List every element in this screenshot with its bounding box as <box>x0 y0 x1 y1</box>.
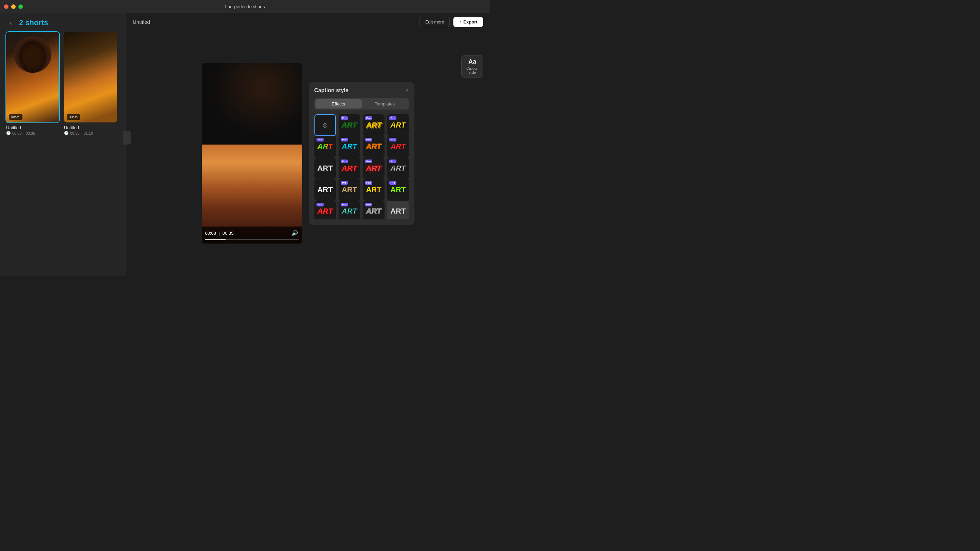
left-header: ‹ 2 shorts <box>0 13 126 31</box>
art-label: ART <box>342 165 357 172</box>
export-button[interactable]: ↑ Export <box>453 17 483 27</box>
art-label: ART <box>342 186 357 194</box>
style-item-row5c[interactable]: Pro ART <box>363 201 385 219</box>
art-label: ART <box>318 165 333 172</box>
art-label: ART <box>390 165 406 172</box>
pro-badge: Pro <box>340 116 348 120</box>
caption-panel-close[interactable]: × <box>405 87 409 94</box>
art-label: ART <box>390 186 406 194</box>
edit-more-button[interactable]: Edit more <box>420 17 450 27</box>
art-label: ART <box>390 143 406 150</box>
thumb-time-range-2: 00:35 – 01:10 <box>70 131 93 135</box>
pro-badge: Pro <box>365 116 372 120</box>
thumb-name-2: Untitled <box>64 125 117 130</box>
close-button[interactable] <box>4 5 8 9</box>
back-icon: ‹ <box>10 19 12 27</box>
export-icon: ↑ <box>459 19 461 24</box>
thumb-info-1: Untitled 🕐 00:00 – 00:35 <box>5 125 60 135</box>
art-label: ART <box>366 208 382 215</box>
style-item-whiteclean[interactable]: ART <box>314 179 336 201</box>
pro-badge: Pro <box>365 138 372 141</box>
style-item-tan[interactable]: Pro ART <box>339 179 360 201</box>
video-player[interactable]: 00:08 | 00:35 🔊 <box>202 63 302 243</box>
thumb-time-range-1: 00:00 – 00:35 <box>12 131 35 135</box>
caption-style-aa-icon: Aa <box>468 58 476 65</box>
art-label: ART <box>342 208 357 215</box>
art-label: ART <box>390 208 406 215</box>
top-bar: Untitled Edit more ↑ Export <box>126 13 490 31</box>
thumb-image-2 <box>64 32 117 122</box>
time-separator: | <box>219 230 220 236</box>
titlebar: Long video to shorts <box>0 0 490 13</box>
caption-panel-header: Caption style × <box>314 87 409 94</box>
volume-button[interactable]: 🔊 <box>291 229 299 237</box>
style-item-redbright[interactable]: Pro ART <box>387 136 409 157</box>
total-time: 00:35 <box>223 230 234 236</box>
style-item-red3d[interactable]: Pro ART <box>339 157 360 179</box>
art-label: ART <box>318 186 333 194</box>
art-label: ART <box>366 121 382 129</box>
pro-badge: Pro <box>317 203 324 206</box>
style-item-grayoutline[interactable]: Pro ART <box>387 157 409 179</box>
art-label: ART <box>342 143 357 150</box>
thumb-image-1 <box>6 32 59 122</box>
clock-icon-2: 🕐 <box>64 131 69 135</box>
style-item-none[interactable]: ⊘ <box>314 114 336 136</box>
style-item-cyan[interactable]: Pro ART <box>339 136 360 157</box>
style-item-lime[interactable]: Pro ART <box>387 179 409 201</box>
style-item-yellowgrad[interactable]: Pro ART <box>363 179 385 201</box>
art-label: ART <box>366 186 382 194</box>
style-item-row5d[interactable]: ART <box>387 201 409 219</box>
style-item-redshadow[interactable]: Pro ART <box>363 157 385 179</box>
caption-style-panel: Caption style × Effects Templates ⊘ Pro … <box>309 82 414 225</box>
pro-badge: Pro <box>340 203 348 206</box>
art-label: ART <box>390 121 406 129</box>
minimize-button[interactable] <box>11 5 16 9</box>
progress-bar[interactable] <box>205 239 299 240</box>
none-icon: ⊘ <box>322 121 328 129</box>
left-panel: ‹ 2 shorts 00:35 Untitled 🕐 00:00 – 00:3… <box>0 13 126 275</box>
style-item-row5a[interactable]: Pro ART <box>314 201 336 219</box>
progress-fill <box>205 239 226 240</box>
maximize-button[interactable] <box>18 5 23 9</box>
pro-badge: Pro <box>389 138 396 141</box>
content-area: 00:08 | 00:35 🔊 Caption style × <box>126 31 490 275</box>
short-item-1[interactable]: 00:35 Untitled 🕐 00:00 – 00:35 <box>5 31 60 135</box>
pro-badge: Pro <box>317 138 324 141</box>
art-label: ART <box>366 165 382 172</box>
thumb-duration-2: 00:35 <box>67 114 80 120</box>
style-item-yellowshadow[interactable]: Pro ART <box>387 114 409 136</box>
pro-badge: Pro <box>389 181 396 185</box>
style-item-whiteoutline[interactable]: ART <box>314 157 336 179</box>
caption-styles-grid: ⊘ Pro ART Pro ART Pro ART <box>314 114 409 219</box>
time-row: 00:08 | 00:35 🔊 <box>205 229 299 237</box>
thumb-wrapper-2: 00:35 <box>63 31 118 123</box>
top-actions: Edit more ↑ Export <box>420 17 483 27</box>
style-item-yellow3d[interactable]: Pro ART <box>363 114 385 136</box>
style-item-green[interactable]: Pro ART <box>339 114 360 136</box>
art-label: ART <box>342 121 357 129</box>
panel-title: 2 shorts <box>19 18 48 27</box>
caption-panel-title: Caption style <box>314 87 348 94</box>
pro-badge: Pro <box>340 181 348 185</box>
art-label: ART <box>366 143 382 150</box>
short-item-2[interactable]: 00:35 Untitled 🕐 00:35 – 01:10 <box>63 31 118 135</box>
style-item-orange[interactable]: Pro ART <box>363 136 385 157</box>
caption-style-button[interactable]: Aa Captionstyle <box>461 55 483 78</box>
thumb-time-1: 🕐 00:00 – 00:35 <box>6 131 59 135</box>
thumbnails-grid: 00:35 Untitled 🕐 00:00 – 00:35 00:35 <box>0 31 126 135</box>
pro-badge: Pro <box>340 138 348 141</box>
video-frame <box>202 63 302 243</box>
document-title: Untitled <box>133 19 150 25</box>
style-item-row5b[interactable]: Pro ART <box>339 201 360 219</box>
tab-templates[interactable]: Templates <box>362 99 408 108</box>
tab-effects[interactable]: Effects <box>315 99 362 108</box>
window-title: Long video to shorts <box>225 4 265 9</box>
style-item-multicolor[interactable]: Pro ART <box>314 136 336 157</box>
pro-badge: Pro <box>365 203 372 206</box>
back-button[interactable]: ‹ <box>7 19 15 27</box>
collapse-panel-button[interactable]: › <box>123 131 130 144</box>
thumb-time-2: 🕐 00:35 – 01:10 <box>64 131 117 135</box>
thumb-name-1: Untitled <box>6 125 59 130</box>
pro-badge: Pro <box>389 159 396 163</box>
